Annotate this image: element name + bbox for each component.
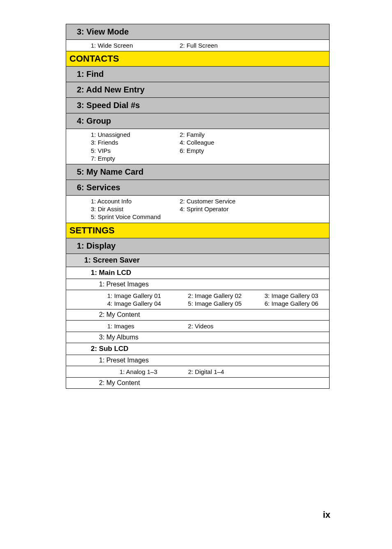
items-preset-images-sub: 1: Analog 1–3 2: Digital 1–4: [66, 366, 329, 378]
item: 1: Image Gallery 01: [107, 292, 188, 300]
heading-find: 1: Find: [66, 67, 329, 82]
items-group: 1: Unassigned 3: Friends 5: VIPs 7: Empt…: [66, 129, 329, 164]
menu-table: 3: View Mode 1: Wide Screen 2: Full Scre…: [66, 24, 330, 389]
items-view-mode: 1: Wide Screen 2: Full Screen: [66, 40, 329, 51]
item: 6: Image Gallery 06: [265, 300, 325, 307]
item: 2: Family: [180, 131, 261, 138]
item: 2: Videos: [188, 322, 264, 330]
item: 1: Analog 1–3: [120, 368, 188, 376]
item: 4: Image Gallery 04: [107, 300, 188, 307]
item: 5: Sprint Voice Command: [91, 213, 180, 221]
item: 3: Dir Assist: [91, 205, 180, 213]
page: 3: View Mode 1: Wide Screen 2: Full Scre…: [0, 0, 392, 549]
item: 3: Image Gallery 03: [265, 292, 325, 300]
item: 3: Friends: [91, 138, 180, 146]
heading-sub-lcd: 2: Sub LCD: [66, 343, 329, 355]
item: 1: Images: [107, 322, 188, 330]
heading-preset-images-sub: 1: Preset Images: [66, 355, 329, 366]
item: 2: Full Screen: [180, 42, 261, 49]
item: 1: Account Info: [91, 197, 180, 205]
item: 6: Empty: [180, 147, 261, 155]
heading-view-mode: 3: View Mode: [66, 24, 329, 40]
heading-display: 1: Display: [66, 238, 329, 254]
heading-preset-images-main: 1: Preset Images: [66, 279, 329, 290]
heading-group: 4: Group: [66, 113, 329, 129]
item: 1: Wide Screen: [91, 42, 180, 49]
heading-my-content-sub: 2: My Content: [66, 378, 329, 388]
heading-services: 6: Services: [66, 180, 329, 196]
heading-speed-dial: 3: Speed Dial #s: [66, 98, 329, 113]
items-my-content-main: 1: Images 2: Videos: [66, 321, 329, 332]
heading-settings: SETTINGS: [66, 223, 329, 238]
items-preset-images-main: 1: Image Gallery 01 4: Image Gallery 04 …: [66, 290, 329, 309]
heading-contacts: CONTACTS: [66, 51, 329, 67]
heading-screen-saver: 1: Screen Saver: [66, 254, 329, 267]
item: 5: Image Gallery 05: [188, 300, 264, 307]
heading-add-new-entry: 2: Add New Entry: [66, 82, 329, 98]
items-services: 1: Account Info 3: Dir Assist 5: Sprint …: [66, 196, 329, 223]
item: 2: Customer Service: [180, 197, 261, 205]
item: 2: Digital 1–4: [188, 368, 265, 376]
item: 1: Unassigned: [91, 131, 180, 138]
item: 4: Sprint Operator: [180, 205, 261, 213]
item: 7: Empty: [91, 155, 180, 162]
heading-my-albums: 3: My Albums: [66, 332, 329, 343]
item: 5: VIPs: [91, 147, 180, 155]
item: 4: Colleague: [180, 138, 261, 146]
heading-main-lcd: 1: Main LCD: [66, 267, 329, 279]
heading-my-name-card: 5: My Name Card: [66, 164, 329, 180]
heading-my-content-main: 2: My Content: [66, 309, 329, 321]
page-number: ix: [323, 510, 330, 520]
item: 2: Image Gallery 02: [188, 292, 264, 300]
